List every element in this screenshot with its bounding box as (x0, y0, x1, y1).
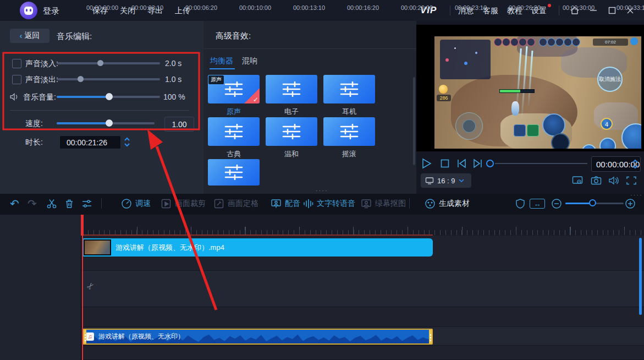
aspect-value: 16 : 9 (437, 177, 455, 185)
volume-speaker-icon[interactable] (608, 176, 619, 186)
back-button[interactable]: ‹ 返回 (10, 29, 49, 43)
tab-active-underline (210, 68, 235, 69)
preset-electronic[interactable] (266, 75, 317, 103)
zoom-out-icon[interactable] (551, 198, 562, 209)
maximize-icon[interactable] (607, 6, 617, 15)
next-frame-button[interactable] (472, 157, 484, 170)
speed-slider-knob[interactable] (106, 119, 113, 127)
snapshot-camera-icon[interactable] (591, 176, 602, 186)
app-logo-icon[interactable] (20, 2, 37, 19)
panel-drag-handle[interactable]: ···· (316, 187, 328, 194)
speed-slider[interactable] (57, 122, 155, 124)
fade-out-checkbox[interactable] (12, 75, 21, 84)
divider (10, 110, 189, 111)
speed-value-box[interactable]: 1.00 (164, 117, 194, 132)
toolbar-tts[interactable]: 文字转语音 (317, 199, 355, 209)
game-health-bar (499, 89, 535, 93)
aspect-ratio-select[interactable]: 16 : 9 (421, 173, 471, 188)
preset-rock[interactable] (323, 117, 375, 146)
properties-icon[interactable] (81, 198, 92, 209)
duration-label: 时长: (25, 138, 43, 148)
timeline-zoom-knob[interactable] (589, 199, 596, 206)
fade-out-slider[interactable] (57, 78, 160, 80)
volume-slider[interactable] (57, 96, 160, 98)
undo-icon[interactable]: ↷ (10, 197, 19, 210)
tab-equalizer[interactable]: 均衡器 (210, 56, 233, 66)
seek-track[interactable] (495, 163, 587, 164)
speed-icon[interactable] (121, 198, 132, 209)
audio-note-icon: ♫ (86, 332, 94, 341)
dub-icon[interactable] (271, 198, 282, 209)
playhead-line[interactable] (82, 215, 83, 360)
fade-in-checkbox[interactable] (12, 59, 21, 68)
notification-dot (548, 4, 551, 7)
play-button[interactable] (420, 157, 432, 170)
chevron-down-icon (459, 179, 464, 182)
toolbar-freeze[interactable]: 画面定格 (228, 199, 258, 209)
stop-button[interactable] (439, 157, 451, 170)
game-hero-character (511, 101, 519, 116)
delete-icon[interactable] (64, 198, 75, 209)
game-skill-count: 4 (601, 118, 613, 130)
divider (203, 48, 416, 49)
tts-icon[interactable] (302, 198, 313, 209)
fade-out-slider-knob[interactable] (78, 76, 84, 82)
volume-slider-knob[interactable] (106, 93, 113, 100)
cut-icon[interactable] (46, 198, 57, 209)
preset-extra[interactable] (208, 159, 260, 186)
toolbar-dub[interactable]: 配音 (285, 199, 300, 209)
toolbar-crop[interactable]: 画面裁剪 (175, 199, 206, 209)
freeze-frame-icon[interactable] (213, 198, 224, 209)
fit-timeline-icon[interactable]: ↔ (530, 199, 545, 209)
chevron-left-icon: ‹ (20, 31, 23, 40)
clip-trim-handle-left[interactable] (84, 330, 86, 343)
generate-material-icon[interactable] (425, 198, 436, 209)
track-row-music2 (0, 346, 644, 360)
duration-spinner[interactable] (123, 136, 131, 148)
seek-handle[interactable] (486, 160, 494, 167)
zoom-in-icon[interactable] (625, 198, 636, 209)
fullscreen-icon[interactable] (626, 176, 637, 186)
clip-thumbnail (84, 239, 111, 255)
greenscreen-icon[interactable] (361, 198, 372, 209)
preset-label: 温和 (266, 149, 317, 159)
tab-reverb[interactable]: 混响 (242, 56, 257, 66)
video-clip[interactable]: 游戏讲解（原视频、无水印）.mp4 (82, 238, 433, 257)
track-row-text (0, 307, 644, 327)
panel-drag-handle[interactable]: ···· (630, 192, 643, 198)
toolbar-greenscreen[interactable]: 绿幕抠图 (375, 199, 406, 209)
duration-input[interactable]: 00:00:21:26 (59, 135, 121, 149)
crop-icon[interactable] (161, 198, 172, 209)
audio-clip-selected[interactable]: ♫ 游戏讲解（原视频、无水印） (82, 329, 433, 345)
game-item-button (527, 124, 539, 137)
preset-classical[interactable] (208, 117, 260, 146)
fade-in-slider-knob[interactable] (97, 60, 103, 66)
preset-original[interactable]: 原声 ✓ (208, 75, 260, 103)
panel-title: 音乐编辑: (57, 31, 92, 42)
prev-frame-button[interactable] (455, 157, 467, 170)
preset-mild[interactable] (266, 117, 317, 146)
redo-icon[interactable]: ↷ (27, 197, 37, 210)
toolbar-generate[interactable]: 生成素材 (439, 199, 470, 209)
speed-label: 速度: (25, 119, 43, 129)
clip-trim-handle-right[interactable] (429, 330, 432, 343)
fade-in-slider[interactable] (57, 62, 160, 64)
effects-scrollbar[interactable] (413, 77, 415, 165)
timeline-scrollbar[interactable] (639, 238, 642, 315)
preset-label: 原声 (208, 107, 260, 117)
shield-icon[interactable] (515, 198, 526, 209)
preset-headphone[interactable] (323, 75, 375, 103)
game-settings-icon (630, 37, 638, 45)
track-row-pip (0, 271, 644, 307)
timecode-spinner[interactable] (631, 158, 639, 170)
screen-record-icon[interactable] (572, 176, 583, 186)
login-button[interactable]: 登录 (43, 6, 59, 17)
ruler-label: 00:00:06:20 (185, 4, 217, 11)
toolbar-speed[interactable]: 调速 (135, 199, 151, 209)
ruler-label: 00:00:10:00 (239, 4, 271, 11)
audio-clip-label: 游戏讲解（原视频、无水印） (98, 332, 184, 341)
track-header-column: 视频 画中画1 T 文字1 ♫ (0, 215, 81, 360)
game-skill-button (582, 144, 596, 149)
game-video: 07:02 取消施法 286 4 (434, 36, 641, 149)
game-skill-button (599, 138, 616, 149)
